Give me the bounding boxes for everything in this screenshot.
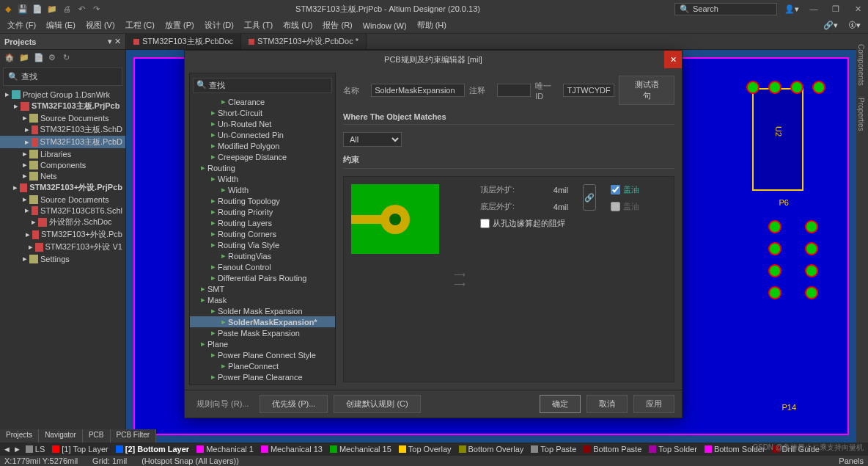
rule-tree-item[interactable]: ▸Routing Layers [190, 217, 335, 228]
user-icon[interactable]: 👤▾ [784, 4, 799, 14]
menu-item[interactable]: 帮助 (H) [413, 18, 451, 32]
top-expansion-value[interactable]: 4mil [532, 186, 568, 194]
rule-tree-item[interactable]: ▸Routing Priority [190, 206, 335, 217]
components-panel-tab[interactable]: Components [856, 41, 868, 89]
menu-item[interactable]: 报告 (R) [318, 18, 356, 32]
rule-tree-item[interactable]: ▸Power Plane Connect Style [190, 349, 335, 360]
cancel-button[interactable]: 取消 [586, 395, 628, 413]
layer-tab[interactable]: Mechanical 13 [258, 445, 326, 454]
rule-tree-item[interactable]: ▸Paste Mask Expansion [190, 327, 335, 338]
maximize-button[interactable]: ❐ [828, 4, 843, 14]
project-tree-item[interactable]: ▸STM32F103C8T6.Schl [0, 205, 125, 216]
rules-search[interactable]: 🔍 查找 [193, 78, 332, 93]
menu-item[interactable]: 设计 (D) [200, 18, 238, 32]
rule-tree-item[interactable]: ▸SolderMaskExpansion* [190, 316, 335, 327]
project-tree-item[interactable]: ▸STM32F103+外设 V1 [0, 241, 125, 253]
menu-item[interactable]: 布线 (U) [279, 18, 317, 32]
notify-icon[interactable]: 🛈▾ [844, 19, 865, 32]
layer-tab[interactable]: [2] Bottom Layer [113, 445, 192, 454]
bottom-expansion-value[interactable]: 4mil [532, 203, 568, 211]
layer-tab[interactable]: Mechanical 15 [327, 445, 394, 454]
layer-tab[interactable]: Top Overlay [396, 445, 455, 454]
dialog-close-button[interactable]: ✕ [664, 51, 682, 68]
share-icon[interactable]: 🔗▾ [819, 19, 842, 32]
comment-input[interactable] [497, 84, 531, 97]
priority-button[interactable]: 优先级 (P)... [260, 395, 328, 413]
project-tree-item[interactable]: ▸STM32F103主板.SchD [0, 123, 125, 136]
doc-icon[interactable]: 📄 [32, 4, 43, 14]
project-search[interactable]: 🔍 查找 [3, 68, 122, 86]
test-query-button[interactable]: 测试语句 [619, 76, 674, 105]
project-tree-item[interactable]: ▸Source Documents [0, 194, 125, 205]
panel-menu-icon[interactable]: ▾ ✕ [108, 37, 121, 46]
rule-tree-item[interactable]: ▸Un-Connected Pin [190, 129, 335, 140]
ok-button[interactable]: 确定 [540, 395, 581, 413]
project-tree-item[interactable]: ▸STM32F103+外设.PrjPcb [0, 181, 125, 194]
minimize-button[interactable]: — [806, 4, 821, 13]
doc-tool-icon[interactable]: 📄 [34, 53, 44, 63]
print-icon[interactable]: 🖨 [62, 4, 72, 14]
home-icon[interactable]: 🏠 [4, 53, 15, 63]
rule-tree-item[interactable]: ▸SMT [190, 283, 335, 294]
rule-tree-item[interactable]: ▸Width [190, 173, 335, 184]
layer-tab[interactable]: Bottom Paste [581, 445, 644, 454]
tent-bottom-checkbox[interactable] [611, 202, 620, 211]
rule-tree-item[interactable]: ▸Short-Circuit [190, 107, 335, 118]
project-tree-item[interactable]: ▸STM32F103主板.PrjPcb [0, 100, 125, 112]
menu-item[interactable]: 编辑 (E) [42, 18, 80, 32]
redo-icon[interactable]: ↷ [91, 4, 101, 14]
rule-tree-item[interactable]: ▸Solder Mask Expansion [190, 305, 335, 316]
settings-tool-icon[interactable]: ⚙ [48, 53, 59, 63]
rule-tree-item[interactable]: ▸Creepage Distance [190, 151, 335, 162]
rule-tree-item[interactable]: ▸Fanout Control [190, 261, 335, 272]
project-tree-item[interactable]: ▸STM32F103主板.PcbD [0, 136, 125, 148]
rule-tree-item[interactable]: ▸RoutingVias [190, 250, 335, 261]
rule-tree-item[interactable]: ▸Un-Routed Net [190, 118, 335, 129]
apply-button[interactable]: 应用 [633, 395, 674, 413]
rule-tree-item[interactable]: ▸Width [190, 184, 335, 195]
rule-tree-item[interactable]: ▸Routing Via Style [190, 239, 335, 250]
rule-tree-item[interactable]: ▸Routing [190, 162, 335, 173]
refresh-icon[interactable]: ↻ [63, 53, 73, 63]
doc-tab[interactable]: STM32F103+外设.PcbDoc * [241, 34, 367, 49]
project-tree-item[interactable]: ▸STM32F103+外设.Pcb [0, 228, 125, 241]
layer-tab[interactable]: [1] Top Layer [49, 445, 111, 454]
scope-select[interactable]: All [343, 132, 402, 147]
rule-tree-item[interactable]: ▸Clearance [190, 96, 335, 107]
bottom-tab[interactable]: PCB [83, 429, 111, 443]
menu-item[interactable]: 放置 (P) [161, 18, 199, 32]
bottom-tab[interactable]: Navigator [39, 429, 83, 443]
project-tree-item[interactable]: ▸Project Group 1.DsnWrk [0, 89, 125, 100]
properties-panel-tab[interactable]: Properties [856, 95, 868, 134]
doc-tab[interactable]: STM32F103主板.PcbDoc [126, 34, 241, 49]
project-tree-item[interactable]: ▸Settings [0, 253, 125, 264]
close-button[interactable]: ✕ [850, 4, 865, 14]
menu-item[interactable]: 视图 (V) [81, 18, 119, 32]
name-input[interactable] [371, 84, 465, 97]
link-button[interactable]: 🔗 [583, 184, 596, 211]
rule-tree-item[interactable]: ▸PlaneConnect [190, 360, 335, 371]
rule-tree-item[interactable]: ▸Plane [190, 338, 335, 349]
folder-icon[interactable]: 📁 [47, 4, 57, 14]
create-defaults-button[interactable]: 创建默认规则 (C) [334, 395, 420, 413]
menu-item[interactable]: Window (W) [358, 20, 411, 32]
rule-tree-item[interactable]: ▸Modified Polygon [190, 140, 335, 151]
layer-nav[interactable]: ◄ ► [3, 445, 21, 454]
bottom-tab[interactable]: Projects [0, 429, 39, 443]
layer-tab[interactable]: Mechanical 1 [194, 445, 257, 454]
rule-wizard-link[interactable]: 规则向导 (R)... [192, 398, 254, 409]
rule-tree-item[interactable]: ▸Power Plane Clearance [190, 371, 335, 382]
bottom-tab[interactable]: PCB Filter [111, 429, 157, 443]
project-tree-item[interactable]: ▸外设部分.SchDoc [0, 216, 125, 228]
layer-tab[interactable]: Bottom Overlay [456, 445, 527, 454]
menu-item[interactable]: 文件 (F) [3, 18, 40, 32]
project-tree-item[interactable]: ▸Libraries [0, 148, 125, 159]
rule-tree-item[interactable]: ▸Routing Corners [190, 228, 335, 239]
from-hole-checkbox[interactable] [480, 219, 490, 228]
layer-tab[interactable]: Top Paste [528, 445, 579, 454]
project-tree-item[interactable]: ▸Components [0, 159, 125, 170]
project-tree-item[interactable]: ▸Source Documents [0, 112, 125, 123]
menu-item[interactable]: 工具 (T) [240, 18, 277, 32]
global-search[interactable]: 🔍 Search [674, 3, 777, 15]
rule-tree-item[interactable]: ▸Routing Topology [190, 195, 335, 206]
